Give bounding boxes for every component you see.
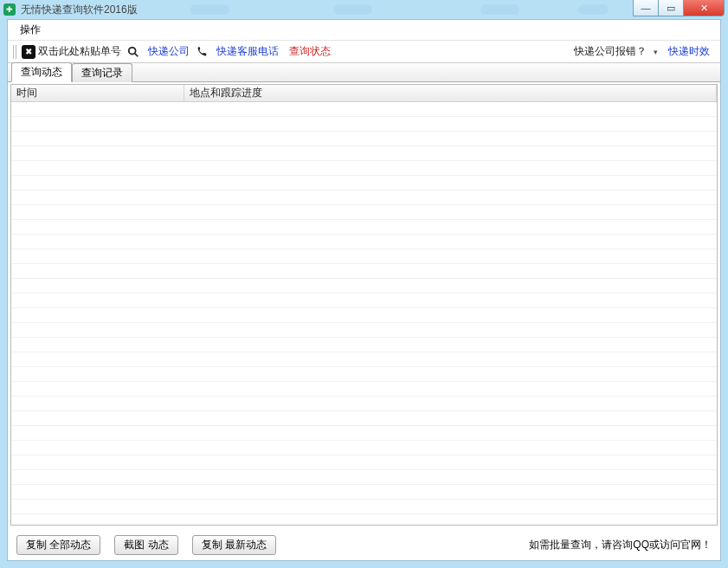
svg-point-0: [129, 47, 136, 54]
list-row: [11, 455, 717, 470]
close-button[interactable]: ✕: [683, 0, 725, 16]
tab-query-history[interactable]: 查询记录: [72, 63, 132, 82]
footer-note: 如需批量查询，请咨询QQ或访问官网！: [529, 538, 712, 552]
results-listview: 时间 地点和跟踪进度: [10, 84, 718, 526]
dropdown-arrow-icon[interactable]: ▾: [654, 48, 658, 56]
window-title: 无情快递查询软件2016版: [21, 3, 138, 17]
list-row: [11, 352, 717, 367]
titlebar: ✚ 无情快递查询软件2016版 — ▭ ✕: [0, 0, 728, 19]
list-row: [11, 323, 717, 338]
list-row: [11, 249, 717, 264]
search-icon: [126, 45, 140, 59]
list-row: [11, 205, 717, 220]
list-row: [11, 426, 717, 441]
list-row: [11, 367, 717, 382]
window-controls: — ▭ ✕: [634, 0, 725, 16]
customer-phone-link[interactable]: 快递客服电话: [216, 44, 279, 59]
toolbar: ✖ 双击此处粘贴单号 快递公司 快递客服电话 查询状态 快递公司报错？ ▾ 快递…: [8, 41, 720, 63]
column-location[interactable]: 地点和跟踪进度: [184, 85, 717, 101]
menubar: 操作: [8, 20, 720, 41]
tabbar: 查询动态 查询记录: [8, 63, 720, 82]
phone-icon: [195, 45, 209, 59]
list-row: [11, 382, 717, 397]
delivery-timing-link[interactable]: 快递时效: [668, 44, 710, 59]
list-row: [11, 500, 717, 514]
list-row: [11, 264, 717, 279]
list-row: [11, 132, 717, 146]
app-icon: ✚: [3, 3, 16, 16]
list-row: [11, 279, 717, 294]
list-row: [11, 220, 717, 235]
svg-line-1: [135, 53, 139, 56]
copy-all-button[interactable]: 复制 全部动态: [16, 535, 100, 555]
list-row: [11, 514, 717, 525]
list-row: [11, 161, 717, 176]
maximize-button[interactable]: ▭: [658, 0, 684, 16]
clear-icon[interactable]: ✖: [22, 45, 35, 59]
list-row: [11, 176, 717, 190]
list-row: [11, 102, 717, 117]
app-window: 操作 ✖ 双击此处粘贴单号 快递公司 快递客服电话 查询状态 快递公司报错？ ▾…: [7, 19, 721, 561]
list-body[interactable]: [11, 102, 717, 525]
list-row: [11, 485, 717, 500]
list-row: [11, 190, 717, 205]
list-row: [11, 294, 717, 308]
tab-query-dynamic[interactable]: 查询动态: [11, 62, 72, 82]
list-header: 时间 地点和跟踪进度: [11, 85, 717, 102]
toolbar-grip: [13, 45, 18, 59]
footer: 复制 全部动态 截图 动态 复制 最新动态 如需批量查询，请咨询QQ或访问官网！: [8, 529, 720, 560]
list-row: [11, 441, 717, 455]
menu-operate[interactable]: 操作: [15, 20, 46, 40]
list-row: [11, 308, 717, 323]
list-row: [11, 146, 717, 161]
list-row: [11, 411, 717, 426]
copy-latest-button[interactable]: 复制 最新动态: [192, 535, 276, 555]
query-status-link[interactable]: 查询状态: [289, 44, 331, 59]
screenshot-button[interactable]: 截图 动态: [114, 535, 177, 555]
list-row: [11, 397, 717, 411]
paste-hint[interactable]: 双击此处粘贴单号: [38, 44, 121, 59]
courier-company-link[interactable]: 快递公司: [148, 44, 190, 59]
report-error-label[interactable]: 快递公司报错？: [574, 44, 647, 59]
list-row: [11, 117, 717, 132]
list-row: [11, 235, 717, 249]
list-row: [11, 338, 717, 352]
minimize-button[interactable]: —: [633, 0, 659, 16]
list-row: [11, 470, 717, 485]
column-time[interactable]: 时间: [11, 85, 184, 101]
